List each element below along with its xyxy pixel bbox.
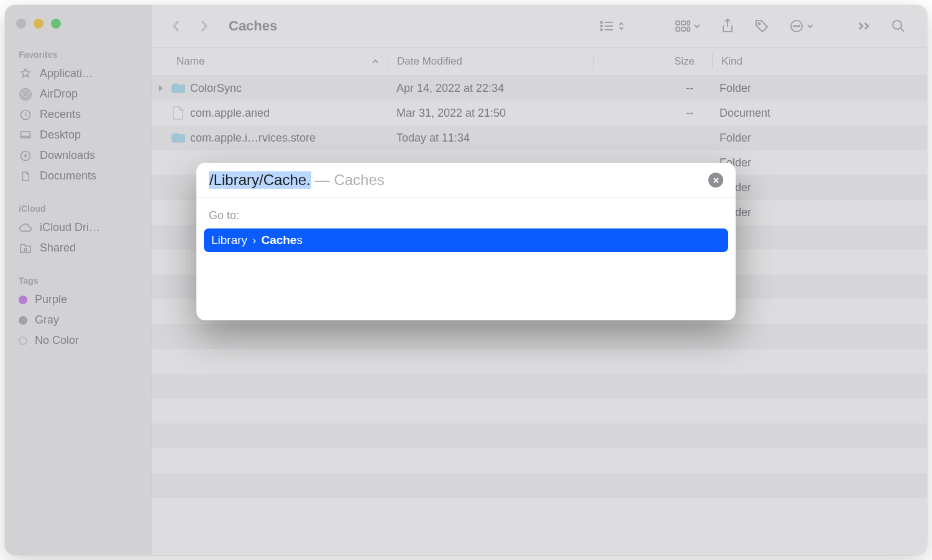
file-kind: Folder [711,156,927,169]
sidebar-item-documents[interactable]: Documents [12,166,144,186]
file-size: -- [593,107,711,120]
sidebar-tag-gray[interactable]: Gray [12,310,144,330]
file-name: ColorSync [190,82,242,95]
file-date: Today at 11:34 [388,132,593,145]
suggestion-bold: Cache [261,233,296,246]
document-icon [171,156,185,169]
empty-row [152,324,927,349]
file-kind: Folder [711,82,927,95]
column-date-modified[interactable]: Date Modified [388,55,593,68]
desktop-icon [19,129,32,142]
sidebar-tag-purple[interactable]: Purple [12,289,144,310]
empty-row [152,374,927,399]
suggestion-tail: s [296,233,303,246]
file-kind: Folder [711,132,927,145]
go-to-suggestion[interactable]: Library › Caches [204,228,728,252]
sidebar-item-label: No Color [35,334,79,347]
window-controls [12,17,144,46]
clock-icon [19,109,32,121]
go-to-typed-text: /Library/Cache. [209,171,311,189]
document-icon [171,205,185,219]
tag-dot-icon [19,316,27,325]
svg-point-6 [24,248,27,251]
column-kind[interactable]: Kind [713,55,927,68]
svg-rect-14 [682,27,685,31]
sidebar-item-downloads[interactable]: Downloads [12,145,144,166]
shared-folder-icon [19,243,32,254]
share-button[interactable] [713,14,742,38]
sidebar-item-label: Documents [40,169,96,183]
file-row[interactable]: com.apple.i…rvices.storeToday at 11:34Fo… [152,125,927,150]
column-name[interactable]: Name [152,55,388,68]
toolbar: Caches [152,5,927,47]
column-header: Name Date Modified Size Kind [152,47,927,76]
svg-point-0 [24,93,27,96]
tags-button[interactable] [747,15,777,37]
svg-rect-12 [687,21,690,25]
svg-rect-15 [687,27,690,31]
sidebar-item-label: Applicati… [40,67,93,80]
actions-button[interactable] [782,15,821,37]
sidebar-item-label: Desktop [40,129,81,142]
sidebar-item-desktop[interactable]: Desktop [12,125,144,145]
suggestion-segment: Library [211,233,247,247]
file-row[interactable]: com.apple.anedMar 31, 2022 at 21:50--Doc… [152,101,927,125]
finder-window: Favorites Applicati… AirDrop Recents Des… [5,5,927,555]
close-window-button[interactable] [16,19,26,29]
tag-dot-icon [19,336,27,345]
go-to-label: Go to: [204,207,728,228]
close-icon [713,177,720,184]
sidebar-item-label: Downloads [40,149,95,162]
sidebar-item-label: AirDrop [40,88,78,101]
chevron-right-icon: › [252,233,256,247]
column-size[interactable]: Size [594,55,712,68]
go-to-completion-text: — Caches [315,171,385,189]
minimize-window-button[interactable] [34,19,43,29]
svg-point-21 [893,20,902,29]
empty-row [152,399,927,423]
file-size: -- [593,82,711,95]
zoom-window-button[interactable] [51,19,61,29]
file-kind: Folder [711,206,927,219]
sidebar-item-applications[interactable]: Applicati… [12,63,144,84]
svg-rect-4 [21,132,30,138]
sidebar-section-label: Favorites [12,46,144,63]
sidebar-item-icloud-drive[interactable]: iCloud Dri… [12,217,144,238]
forward-button[interactable] [193,15,215,37]
downloads-icon [19,150,32,162]
go-to-folder-dialog: /Library/Cache. — Caches Go to: Library … [196,163,736,320]
sidebar-item-recents[interactable]: Recents [12,104,144,125]
svg-rect-11 [682,21,685,25]
document-icon [19,170,32,183]
search-button[interactable] [884,15,913,37]
view-mode-button[interactable] [592,16,633,37]
sidebar-item-label: iCloud Dri… [40,221,100,234]
clear-button[interactable] [708,173,723,187]
svg-point-9 [601,29,602,30]
svg-point-16 [759,23,761,25]
svg-point-7 [601,22,602,23]
airdrop-icon [19,88,32,101]
svg-point-19 [796,25,797,27]
sidebar-item-airdrop[interactable]: AirDrop [12,84,144,104]
svg-point-18 [793,25,795,27]
svg-point-20 [798,25,800,27]
group-button[interactable] [667,16,708,37]
overflow-button[interactable] [850,17,879,35]
sidebar-tag-no-color[interactable]: No Color [12,330,144,351]
window-title: Caches [220,18,277,34]
back-button[interactable] [165,15,188,37]
file-name: com.apple.i…rvices.store [190,132,316,145]
file-row[interactable]: ColorSyncApr 14, 2022 at 22:34--Folder [152,76,927,101]
empty-row [152,423,927,448]
column-label: Kind [721,55,742,68]
svg-rect-13 [676,27,680,31]
document-icon [171,106,185,120]
apps-icon [19,68,32,80]
disclosure-triangle-icon[interactable] [158,84,167,92]
file-name: com.apple.aned [190,107,270,120]
file-date: Mar 31, 2022 at 21:50 [388,107,593,120]
go-to-path-input[interactable]: /Library/Cache. — Caches [209,171,708,189]
sidebar-item-shared[interactable]: Shared [12,238,144,258]
svg-point-1 [22,91,29,98]
